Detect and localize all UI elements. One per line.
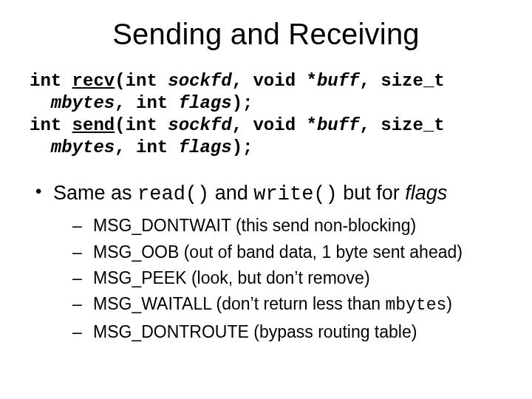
flag-item: MSG_WAITALL (don’t return less than mbyt… [72, 292, 502, 318]
main-bullet-list: Same as read() and write() but for flags… [33, 180, 502, 344]
send-sep2: , size_t [359, 115, 444, 135]
send-close: ); [232, 137, 253, 157]
send-sep1: , void * [232, 115, 317, 135]
mb-t3: but for [338, 182, 406, 204]
send-name: send [72, 115, 115, 135]
recv-sep1: , void * [232, 71, 317, 91]
recv-p1: sockfd [168, 71, 231, 91]
mb-c1: read() [137, 183, 209, 205]
recv-p4: flags [179, 93, 232, 113]
send-ret: int [30, 115, 72, 135]
recv-signature-line1: int recv(int sockfd, void *buff, size_t [30, 70, 502, 92]
mb-t2: and [209, 182, 253, 204]
recv-name: recv [72, 71, 115, 91]
slide-title: Sending and Receiving [30, 18, 502, 51]
flag-item: MSG_DONTWAIT (this send non-blocking) [72, 214, 502, 238]
recv-p3: mbytes [51, 93, 115, 113]
send-p4: flags [179, 137, 232, 157]
send-p2: buff [317, 115, 360, 135]
mb-flags: flags [405, 182, 447, 204]
recv-sep3: , int [115, 93, 178, 113]
send-signature-line1: int send(int sockfd, void *buff, size_t [30, 115, 502, 137]
send-open: (int [115, 115, 168, 135]
send-p3: mbytes [51, 137, 115, 157]
flag-code: mbytes [385, 296, 446, 315]
flag-text: MSG_DONTROUTE (bypass routing table) [93, 322, 417, 341]
recv-sep2: , size_t [359, 71, 444, 91]
flag-text: MSG_OOB (out of band data, 1 byte sent a… [93, 242, 463, 262]
flag-pre: MSG_WAITALL (don’t return less than [93, 294, 385, 313]
send-p1: sockfd [168, 115, 231, 135]
mb-c2: write() [253, 183, 337, 205]
send-sep3: , int [115, 137, 178, 157]
recv-signature-line2: mbytes, int flags); [30, 92, 502, 115]
flag-item: MSG_PEEK (look, but don’t remove) [72, 266, 502, 290]
recv-ret: int [30, 71, 72, 91]
recv-close: ); [232, 93, 253, 113]
flag-text: MSG_PEEK (look, but don’t remove) [93, 268, 370, 287]
flag-item: MSG_DONTROUTE (bypass routing table) [72, 320, 502, 344]
slide: Sending and Receiving int recv(int sockf… [0, 0, 532, 399]
flag-post: ) [446, 294, 452, 313]
flag-text: MSG_DONTWAIT (this send non-blocking) [93, 216, 416, 235]
flags-sublist: MSG_DONTWAIT (this send non-blocking) MS… [72, 214, 502, 344]
mb-t1: Same as [53, 182, 137, 204]
send-signature-line2: mbytes, int flags); [30, 137, 502, 159]
function-signatures: int recv(int sockfd, void *buff, size_t … [30, 70, 502, 159]
flag-item: MSG_OOB (out of band data, 1 byte sent a… [72, 240, 502, 265]
recv-open: (int [115, 71, 168, 91]
main-bullet: Same as read() and write() but for flags… [33, 180, 502, 344]
recv-p2: buff [317, 71, 360, 91]
